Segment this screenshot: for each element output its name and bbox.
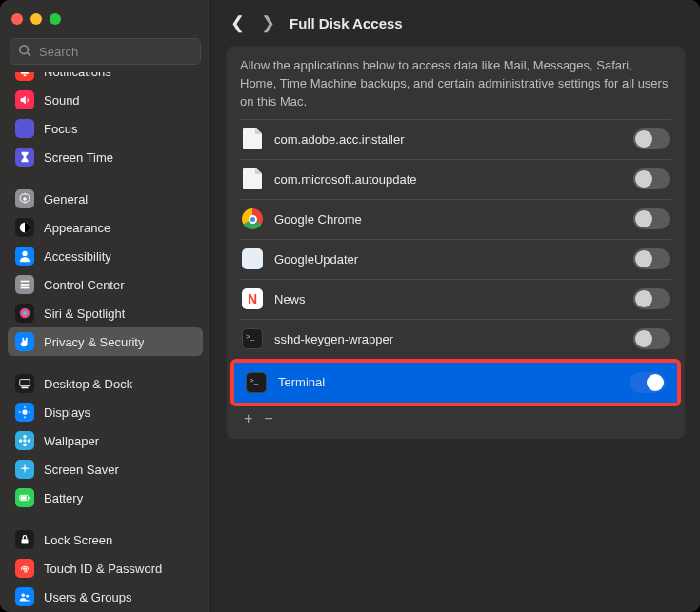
sidebar-separator	[8, 356, 203, 369]
svg-point-20	[28, 439, 31, 443]
sidebar-item-users[interactable]: Users & Groups	[8, 582, 203, 611]
svg-point-11	[22, 409, 27, 414]
sidebar-item-screentime[interactable]: Screen Time	[8, 143, 203, 171]
add-app-button[interactable]: +	[244, 410, 252, 427]
window-zoom-button[interactable]	[50, 13, 61, 25]
app-row-chrome[interactable]: Google Chrome	[240, 199, 671, 239]
app-label: sshd-keygen-wrapper	[274, 332, 622, 346]
sidebar-item-desktop[interactable]: Desktop & Dock	[8, 369, 203, 398]
sidebar-item-wallpaper[interactable]: Wallpaper	[8, 426, 203, 455]
app-label: com.adobe.acc.installer	[274, 132, 622, 147]
doc-icon	[242, 128, 263, 149]
contrast-icon	[15, 218, 34, 237]
sidebar-item-appearance[interactable]: Appearance	[8, 213, 203, 242]
window-minimize-button[interactable]	[30, 13, 42, 25]
terminal-icon: >_	[246, 372, 267, 393]
window-close-button[interactable]	[11, 13, 23, 25]
sidebar-item-label: Privacy & Security	[44, 335, 144, 349]
svg-point-18	[23, 444, 27, 447]
sidebar-item-notifications[interactable]: Notifications	[8, 72, 203, 86]
app-label: News	[274, 292, 622, 306]
gupdater-icon	[242, 248, 263, 269]
panel-description: Allow the applications below to access d…	[240, 57, 671, 119]
sidebar-item-label: Accessibility	[44, 249, 111, 264]
svg-point-0	[20, 45, 29, 53]
toggle-news[interactable]	[633, 288, 670, 309]
sidebar-item-label: Screen Saver	[44, 463, 119, 477]
sidebar-item-siri[interactable]: Siri & Spotlight	[8, 299, 203, 327]
bell-icon	[15, 72, 34, 81]
toggle-adobe[interactable]	[633, 128, 670, 149]
app-row-msupdate[interactable]: com.microsoft.autoupdate	[240, 159, 671, 199]
sidebar-item-label: General	[44, 192, 88, 207]
search-input[interactable]	[37, 44, 201, 60]
toggle-gupdater[interactable]	[633, 248, 670, 269]
app-label: GoogleUpdater	[274, 252, 622, 267]
sidebar-item-controlcenter[interactable]: Control Center	[8, 270, 203, 299]
svg-point-25	[22, 594, 26, 598]
people-icon	[15, 587, 34, 606]
sidebar-item-label: Touch ID & Password	[44, 562, 162, 576]
sidebar-item-privacy[interactable]: Privacy & Security	[8, 327, 203, 356]
sidebar-item-label: Focus	[44, 122, 77, 136]
sidebar-item-general[interactable]: General	[8, 185, 203, 213]
search-icon	[18, 44, 31, 60]
sidebar-item-label: Lock Screen	[44, 533, 112, 547]
sparkle-icon	[15, 460, 34, 479]
sidebar-item-focus[interactable]: Focus	[8, 114, 203, 143]
app-row-gupdater[interactable]: GoogleUpdater	[240, 239, 671, 279]
app-row-adobe[interactable]: com.adobe.acc.installer	[240, 119, 671, 159]
sidebar-item-accessibility[interactable]: Accessibility	[8, 242, 203, 270]
sidebar-item-label: Wallpaper	[44, 434, 99, 448]
svg-point-16	[23, 439, 27, 443]
nav-back-button[interactable]: ❮	[229, 12, 246, 33]
flower-icon	[15, 431, 34, 450]
battery-icon	[15, 488, 34, 507]
toggle-terminal[interactable]	[630, 372, 666, 393]
sidebar-item-label: Desktop & Dock	[44, 377, 132, 391]
sidebar-item-label: Notifications	[44, 72, 111, 79]
sidebar-item-touchid[interactable]: Touch ID & Password	[8, 554, 203, 582]
sidebar-separator	[8, 512, 203, 525]
speaker-icon	[15, 90, 34, 109]
toggle-sshd[interactable]	[633, 328, 670, 349]
sidebar-item-label: Screen Time	[44, 150, 113, 165]
terminal-icon: >_	[242, 328, 263, 349]
nav-forward-button[interactable]: ❯	[259, 12, 276, 33]
toggle-chrome[interactable]	[633, 208, 670, 229]
app-row-news[interactable]: NNews	[240, 279, 671, 319]
sidebar-item-displays[interactable]: Displays	[8, 398, 203, 426]
sidebar-list: NotificationsSoundFocusScreen TimeGenera…	[0, 72, 210, 612]
app-label: com.microsoft.autoupdate	[274, 172, 622, 187]
svg-rect-23	[21, 496, 27, 500]
page-title: Full Disk Access	[290, 15, 403, 31]
sidebar-item-lockscreen[interactable]: Lock Screen	[8, 525, 203, 554]
sidebar-item-sound[interactable]: Sound	[8, 86, 203, 114]
svg-rect-9	[20, 380, 30, 386]
fingerprint-icon	[15, 559, 34, 578]
sidebar-item-battery[interactable]: Battery	[8, 484, 203, 512]
remove-app-button[interactable]: −	[264, 410, 272, 427]
moon-icon	[15, 119, 34, 138]
sidebar-separator	[8, 171, 203, 185]
sidebar-item-label: Displays	[44, 405, 90, 420]
gear-icon	[15, 189, 34, 208]
toggle-msupdate[interactable]	[633, 168, 670, 189]
svg-point-2	[23, 197, 27, 201]
search-field-wrap[interactable]	[10, 38, 201, 65]
sidebar-item-screensaver[interactable]: Screen Saver	[8, 455, 203, 484]
sidebar-item-label: Users & Groups	[44, 590, 131, 604]
lock-icon	[15, 530, 34, 549]
news-icon: N	[242, 288, 263, 309]
svg-point-4	[22, 251, 27, 256]
svg-line-1	[28, 52, 31, 56]
svg-point-19	[19, 439, 23, 443]
app-row-sshd[interactable]: >_sshd-keygen-wrapper	[240, 319, 671, 359]
sidebar-item-label: Siri & Spotlight	[44, 306, 125, 321]
panel-footer: + −	[240, 403, 671, 427]
svg-rect-6	[21, 284, 30, 286]
app-row-terminal[interactable]: >_Terminal	[234, 363, 677, 403]
app-label: Terminal	[278, 375, 618, 389]
sidebar: NotificationsSoundFocusScreen TimeGenera…	[0, 0, 211, 612]
doc-icon	[242, 168, 263, 189]
